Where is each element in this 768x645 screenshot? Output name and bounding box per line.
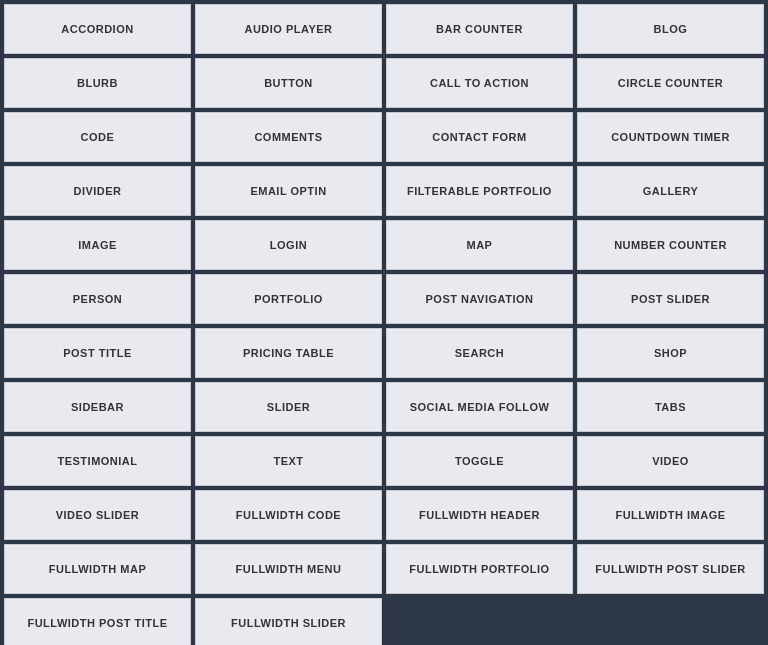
- grid-item-label-number-counter: NUMBER COUNTER: [614, 238, 727, 252]
- grid-item-login[interactable]: LOGIN: [195, 220, 382, 270]
- grid-item-number-counter[interactable]: NUMBER COUNTER: [577, 220, 764, 270]
- grid-item-label-filterable-portfolio: FILTERABLE PORTFOLIO: [407, 184, 552, 198]
- grid-item-blurb[interactable]: BLURB: [4, 58, 191, 108]
- grid-item-label-sidebar: SIDEBAR: [71, 400, 124, 414]
- module-grid: ACCORDIONAUDIO PLAYERBAR COUNTERBLOGBLUR…: [4, 4, 764, 645]
- grid-item-label-login: LOGIN: [270, 238, 307, 252]
- grid-item-fullwidth-map[interactable]: FULLWIDTH MAP: [4, 544, 191, 594]
- grid-item-fullwidth-portfolio[interactable]: FULLWIDTH PORTFOLIO: [386, 544, 573, 594]
- grid-item-label-pricing-table: PRICING TABLE: [243, 346, 334, 360]
- grid-item-email-optin[interactable]: EMAIL OPTIN: [195, 166, 382, 216]
- grid-item-label-accordion: ACCORDION: [61, 22, 133, 36]
- grid-item-person[interactable]: PERSON: [4, 274, 191, 324]
- grid-item-label-gallery: GALLERY: [643, 184, 699, 198]
- grid-item-label-post-navigation: POST NAVIGATION: [426, 292, 534, 306]
- grid-item-label-fullwidth-map: FULLWIDTH MAP: [49, 562, 147, 576]
- grid-item-gallery[interactable]: GALLERY: [577, 166, 764, 216]
- grid-item-map[interactable]: MAP: [386, 220, 573, 270]
- grid-item-fullwidth-post-title[interactable]: FULLWIDTH POST TITLE: [4, 598, 191, 645]
- grid-item-label-circle-counter: CIRCLE COUNTER: [618, 76, 723, 90]
- grid-item-contact-form[interactable]: CONTACT FORM: [386, 112, 573, 162]
- grid-item-post-title[interactable]: POST TITLE: [4, 328, 191, 378]
- grid-item-fullwidth-menu[interactable]: FULLWIDTH MENU: [195, 544, 382, 594]
- grid-item-filterable-portfolio[interactable]: FILTERABLE PORTFOLIO: [386, 166, 573, 216]
- grid-item-fullwidth-post-slider[interactable]: FULLWIDTH POST SLIDER: [577, 544, 764, 594]
- grid-item-label-image: IMAGE: [78, 238, 117, 252]
- grid-item-label-post-title: POST TITLE: [63, 346, 132, 360]
- grid-item-label-countdown-timer: COUNTDOWN TIMER: [611, 130, 730, 144]
- grid-item-label-comments: COMMENTS: [254, 130, 322, 144]
- grid-item-call-to-action[interactable]: CALL TO ACTION: [386, 58, 573, 108]
- grid-item-label-code: CODE: [81, 130, 115, 144]
- grid-item-label-contact-form: CONTACT FORM: [432, 130, 526, 144]
- grid-item-search[interactable]: SEARCH: [386, 328, 573, 378]
- grid-item-sidebar[interactable]: SIDEBAR: [4, 382, 191, 432]
- grid-item-label-divider: DIVIDER: [73, 184, 121, 198]
- grid-item-label-fullwidth-image: FULLWIDTH IMAGE: [615, 508, 725, 522]
- grid-item-shop[interactable]: SHOP: [577, 328, 764, 378]
- grid-item-label-toggle: TOGGLE: [455, 454, 504, 468]
- grid-item-fullwidth-code[interactable]: FULLWIDTH CODE: [195, 490, 382, 540]
- grid-item-label-video-slider: VIDEO SLIDER: [56, 508, 140, 522]
- grid-item-label-fullwidth-code: FULLWIDTH CODE: [236, 508, 341, 522]
- grid-item-code[interactable]: CODE: [4, 112, 191, 162]
- grid-item-label-tabs: TABS: [655, 400, 686, 414]
- grid-item-label-post-slider: POST SLIDER: [631, 292, 710, 306]
- grid-item-label-text: TEXT: [273, 454, 303, 468]
- grid-item-accordion[interactable]: ACCORDION: [4, 4, 191, 54]
- grid-item-label-fullwidth-post-title: FULLWIDTH POST TITLE: [27, 616, 167, 630]
- grid-item-audio-player[interactable]: AUDIO PLAYER: [195, 4, 382, 54]
- grid-item-pricing-table[interactable]: PRICING TABLE: [195, 328, 382, 378]
- grid-item-label-social-media-follow: SOCIAL MEDIA FOLLOW: [410, 400, 550, 414]
- grid-item-comments[interactable]: COMMENTS: [195, 112, 382, 162]
- grid-item-divider[interactable]: DIVIDER: [4, 166, 191, 216]
- grid-item-label-bar-counter: BAR COUNTER: [436, 22, 523, 36]
- grid-item-button[interactable]: BUTTON: [195, 58, 382, 108]
- grid-item-circle-counter[interactable]: CIRCLE COUNTER: [577, 58, 764, 108]
- grid-item-label-portfolio: PORTFOLIO: [254, 292, 323, 306]
- grid-item-post-navigation[interactable]: POST NAVIGATION: [386, 274, 573, 324]
- grid-item-portfolio[interactable]: PORTFOLIO: [195, 274, 382, 324]
- grid-item-label-shop: SHOP: [654, 346, 687, 360]
- grid-item-tabs[interactable]: TABS: [577, 382, 764, 432]
- grid-item-label-person: PERSON: [73, 292, 122, 306]
- grid-item-label-audio-player: AUDIO PLAYER: [244, 22, 332, 36]
- grid-item-blog[interactable]: BLOG: [577, 4, 764, 54]
- grid-item-fullwidth-image[interactable]: FULLWIDTH IMAGE: [577, 490, 764, 540]
- grid-item-countdown-timer[interactable]: COUNTDOWN TIMER: [577, 112, 764, 162]
- grid-item-label-blurb: BLURB: [77, 76, 118, 90]
- grid-item-label-fullwidth-portfolio: FULLWIDTH PORTFOLIO: [409, 562, 549, 576]
- grid-item-label-fullwidth-header: FULLWIDTH HEADER: [419, 508, 540, 522]
- grid-item-label-fullwidth-post-slider: FULLWIDTH POST SLIDER: [595, 562, 745, 576]
- grid-item-label-blog: BLOG: [654, 22, 688, 36]
- grid-item-video[interactable]: VIDEO: [577, 436, 764, 486]
- grid-item-label-fullwidth-menu: FULLWIDTH MENU: [236, 562, 342, 576]
- grid-item-fullwidth-slider[interactable]: FULLWIDTH SLIDER: [195, 598, 382, 645]
- grid-item-label-video: VIDEO: [652, 454, 689, 468]
- grid-item-text[interactable]: TEXT: [195, 436, 382, 486]
- grid-item-bar-counter[interactable]: BAR COUNTER: [386, 4, 573, 54]
- grid-item-social-media-follow[interactable]: SOCIAL MEDIA FOLLOW: [386, 382, 573, 432]
- grid-item-label-email-optin: EMAIL OPTIN: [250, 184, 326, 198]
- grid-item-toggle[interactable]: TOGGLE: [386, 436, 573, 486]
- grid-item-image[interactable]: IMAGE: [4, 220, 191, 270]
- grid-item-fullwidth-header[interactable]: FULLWIDTH HEADER: [386, 490, 573, 540]
- grid-item-label-fullwidth-slider: FULLWIDTH SLIDER: [231, 616, 346, 630]
- grid-item-label-call-to-action: CALL TO ACTION: [430, 76, 529, 90]
- grid-item-label-slider: SLIDER: [267, 400, 310, 414]
- grid-item-slider[interactable]: SLIDER: [195, 382, 382, 432]
- grid-item-label-map: MAP: [467, 238, 493, 252]
- grid-item-label-search: SEARCH: [455, 346, 504, 360]
- grid-item-testimonial[interactable]: TESTIMONIAL: [4, 436, 191, 486]
- grid-item-post-slider[interactable]: POST SLIDER: [577, 274, 764, 324]
- grid-item-label-testimonial: TESTIMONIAL: [57, 454, 137, 468]
- grid-item-label-button: BUTTON: [264, 76, 313, 90]
- grid-item-video-slider[interactable]: VIDEO SLIDER: [4, 490, 191, 540]
